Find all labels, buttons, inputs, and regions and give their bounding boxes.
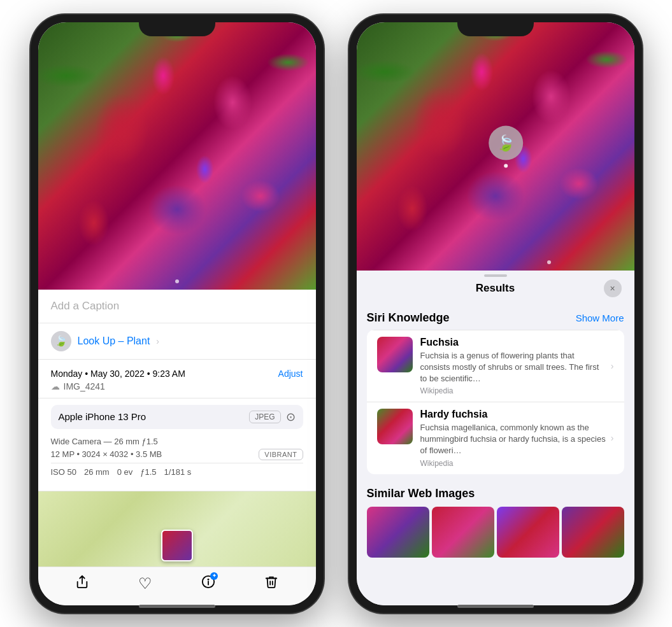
home-bar-2	[457, 605, 534, 608]
hardy-fuchsia-thumbnail	[377, 409, 413, 444]
close-button[interactable]: ×	[604, 279, 622, 297]
device-name: Apple iPhone 13 Pro	[59, 411, 147, 422]
toolbar: ♡ ✦	[38, 567, 316, 605]
visual-search-button[interactable]: 🍃	[489, 125, 523, 160]
jpeg-badge: JPEG	[249, 411, 280, 423]
caption-placeholder[interactable]: Add a Caption	[51, 300, 120, 312]
vibrant-badge: VIBRANT	[259, 449, 303, 460]
info-button[interactable]: ✦	[201, 575, 215, 593]
delete-button[interactable]	[264, 575, 278, 593]
metadata-section: Monday • May 30, 2022 • 9:23 AM Adjust ☁…	[38, 360, 316, 398]
hardy-fuchsia-desc: Fuchsia magellanica, commonly known as t…	[420, 422, 606, 457]
similar-image-4[interactable]	[562, 507, 624, 558]
exif-shutter: 1/181 s	[164, 467, 192, 477]
home-bar	[139, 605, 215, 608]
fuchsia-desc: Fuchsia is a genus of flowering plants t…	[420, 350, 606, 385]
info-badge: ✦	[210, 572, 218, 580]
phone-1: Add a Caption 🍃 Look Up – Plant › Monday…	[31, 15, 324, 613]
location-icon[interactable]: ⊙	[286, 410, 296, 424]
similar-images-grid	[367, 507, 624, 558]
results-panel: Results × Siri Knowledge Show More	[357, 271, 634, 605]
hardy-fuchsia-title: Hardy fuchsia	[420, 409, 606, 420]
knowledge-item-fuchsia[interactable]: Fuchsia Fuchsia is a genus of flowering …	[367, 330, 624, 402]
flower-image-overlay	[38, 22, 316, 290]
favorite-button[interactable]: ♡	[138, 575, 152, 593]
hardy-fuchsia-chevron-icon: ›	[611, 433, 614, 443]
drag-handle[interactable]	[484, 274, 507, 277]
exif-iso: ISO 50	[51, 467, 76, 477]
phone-2-screen: 🍃 Results × Siri Knowledge	[357, 22, 634, 605]
photo-page-dot	[175, 279, 179, 283]
fuchsia-thumbnail	[377, 337, 413, 372]
lookup-section[interactable]: 🍃 Look Up – Plant ›	[38, 323, 316, 360]
exif-ev: 0 ev	[117, 467, 133, 477]
exif-aperture: ƒ1.5	[140, 467, 156, 477]
device-section: Apple iPhone 13 Pro JPEG ⊙ Wide Camera —…	[38, 398, 316, 491]
siri-knowledge-header: Siri Knowledge Show More	[357, 304, 634, 330]
phone-1-screen: Add a Caption 🍃 Look Up – Plant › Monday…	[38, 22, 316, 605]
caption-area[interactable]: Add a Caption	[38, 290, 316, 323]
similar-images-title: Similar Web Images	[367, 487, 624, 500]
hardy-fuchsia-source: Wikipedia	[420, 459, 606, 468]
share-button[interactable]	[75, 575, 89, 593]
siri-knowledge-section: Fuchsia Fuchsia is a genus of flowering …	[367, 330, 624, 474]
search-dot	[504, 164, 508, 167]
map-photo-thumbnail	[161, 530, 193, 561]
fuchsia-content: Fuchsia Fuchsia is a genus of flowering …	[420, 337, 606, 396]
similar-web-images-section: Similar Web Images	[357, 487, 634, 565]
map-section[interactable]	[38, 491, 316, 567]
phone-2: 🍃 Results × Siri Knowledge	[349, 15, 642, 613]
fuchsia-source: Wikipedia	[420, 386, 606, 395]
leaf-icon: 🍃	[51, 331, 71, 351]
fuchsia-title: Fuchsia	[420, 337, 606, 348]
knowledge-item-hardy-fuchsia[interactable]: Hardy fuchsia Fuchsia magellanica, commo…	[367, 402, 624, 474]
photo-display-2: 🍃	[357, 22, 634, 271]
photo-date: Monday • May 30, 2022 • 9:23 AM	[51, 369, 185, 379]
adjust-button[interactable]: Adjust	[278, 369, 303, 379]
lookup-label: Look Up – Plant	[78, 335, 150, 347]
fuchsia-chevron-icon: ›	[611, 361, 614, 371]
filename-label: IMG_4241	[64, 381, 105, 391]
similar-image-3[interactable]	[497, 507, 559, 558]
show-more-button[interactable]: Show More	[576, 313, 624, 323]
cloud-icon: ☁	[51, 381, 60, 391]
results-title: Results	[387, 282, 604, 295]
hardy-fuchsia-content: Hardy fuchsia Fuchsia magellanica, commo…	[420, 409, 606, 468]
camera-info-line2: 12 MP • 3024 × 4032 • 3.5 MB	[51, 449, 162, 459]
similar-image-1[interactable]	[367, 507, 429, 558]
lookup-chevron-icon: ›	[156, 336, 159, 346]
siri-knowledge-title: Siri Knowledge	[367, 311, 450, 325]
photo-page-dot-2	[547, 260, 551, 264]
camera-info-line1: Wide Camera — 26 mm ƒ1.5	[51, 437, 303, 446]
similar-image-2[interactable]	[432, 507, 494, 558]
photo-display	[38, 22, 316, 290]
exif-focal: 26 mm	[84, 467, 110, 477]
